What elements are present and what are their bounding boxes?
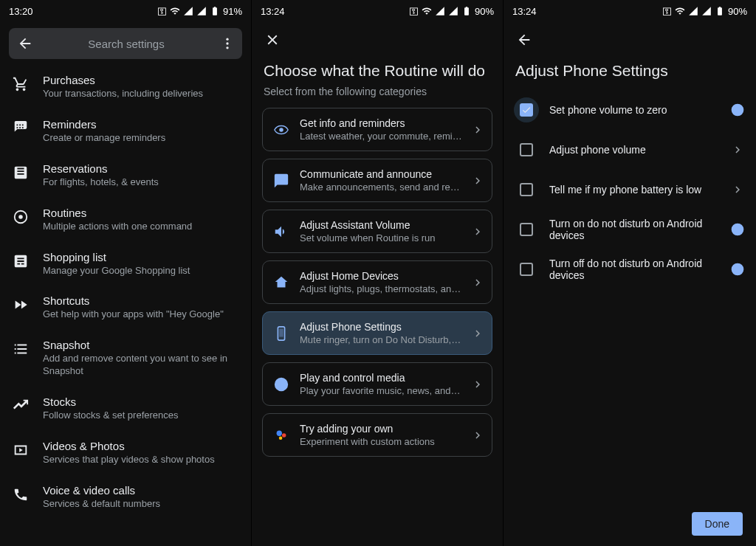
battery-text: 91%: [223, 6, 242, 17]
home-icon: [272, 273, 291, 292]
checkbox-wrap[interactable]: [514, 217, 539, 242]
checkbox[interactable]: [520, 143, 533, 156]
svg-point-1: [226, 42, 228, 44]
settings-item-shopping-list[interactable]: Shopping listManage your Google Shopping…: [0, 242, 251, 286]
done-button[interactable]: Done: [692, 512, 743, 536]
option-row[interactable]: Tell me if my phone battery is low: [504, 170, 756, 210]
signal-icon-2: [448, 6, 458, 16]
video-icon: [12, 441, 30, 459]
close-icon[interactable]: [262, 30, 283, 50]
vpn-key-icon: ⚿: [409, 6, 419, 17]
svg-point-2: [226, 46, 228, 49]
play-icon: [272, 375, 291, 394]
chevron-right-icon: [471, 429, 484, 442]
settings-item-stocks[interactable]: StocksFollow stocks & set preferences: [0, 387, 251, 431]
card-sub: Adjust lights, plugs, thermostats, and …: [300, 283, 462, 294]
stocks-icon: [12, 397, 30, 415]
checkbox-wrap[interactable]: [514, 257, 539, 282]
settings-item-sub: Your transactions, including deliveries: [43, 88, 239, 100]
card-title: Play and control media: [300, 372, 462, 384]
option-row[interactable]: Turn off do not disturb on Android devic…: [504, 249, 756, 289]
settings-item-reminders[interactable]: RemindersCreate or manage reminders: [0, 109, 251, 153]
checkbox[interactable]: [520, 223, 533, 236]
settings-item-sub: For flights, hotels, & events: [43, 176, 239, 189]
settings-item-videos-photos[interactable]: Videos & PhotosServices that play videos…: [0, 431, 251, 475]
card-sub: Make announcements, send and read …: [300, 182, 462, 193]
category-card-adjust-phone-settings[interactable]: Adjust Phone SettingsMute ringer, turn o…: [262, 311, 492, 355]
back-icon[interactable]: [514, 30, 535, 50]
svg-point-9: [282, 433, 286, 438]
settings-item-shortcuts[interactable]: ShortcutsGet help with your apps with "H…: [0, 286, 251, 330]
settings-item-routines[interactable]: RoutinesMultiple actions with one comman…: [0, 198, 251, 242]
category-card-communicate-and-announce[interactable]: Communicate and announceMake announcemen…: [262, 159, 492, 202]
settings-item-reservations[interactable]: ReservationsFor flights, hotels, & event…: [0, 153, 251, 198]
settings-item-title: Voice & video calls: [43, 484, 239, 497]
shortcuts-icon: [12, 296, 30, 314]
statusbar: 13:24 ⚿ 90%: [252, 0, 503, 22]
info-icon[interactable]: [729, 261, 746, 277]
settings-item-title: Routines: [43, 207, 239, 219]
settings-item-title: Shortcuts: [43, 294, 239, 307]
svg-point-13: [737, 106, 738, 108]
option-row[interactable]: Turn on do not disturb on Android device…: [504, 210, 756, 249]
chevron-right-icon: [471, 276, 484, 289]
reservations-icon: [12, 164, 30, 182]
checkbox-wrap[interactable]: [514, 177, 539, 202]
settings-item-sub: Add and remove content you want to see i…: [43, 353, 239, 378]
signal-icon: [183, 6, 193, 16]
card-title: Communicate and announce: [300, 168, 462, 180]
phone-icon: [12, 485, 30, 503]
card-sub: Play your favorite music, news, and m…: [300, 385, 462, 396]
option-label: Turn on do not disturb on Android device…: [549, 218, 719, 241]
card-title: Get info and reminders: [300, 117, 462, 129]
settings-item-purchases[interactable]: PurchasesYour transactions, including de…: [0, 65, 251, 109]
svg-point-3: [18, 215, 23, 219]
option-label: Adjust phone volume: [549, 144, 719, 156]
option-row[interactable]: Set phone volume to zero: [504, 90, 756, 130]
signal-icon: [435, 6, 445, 16]
info-icon[interactable]: [729, 102, 746, 118]
search-settings-bar[interactable]: Search settings: [9, 28, 242, 59]
battery-text: 90%: [475, 6, 494, 17]
settings-item-sub: Manage your Google Shopping list: [43, 265, 239, 277]
option-row[interactable]: Adjust phone volume: [504, 130, 756, 170]
search-placeholder: Search settings: [35, 38, 217, 50]
option-label: Set phone volume to zero: [549, 104, 719, 116]
checkbox[interactable]: [520, 103, 533, 117]
checkbox[interactable]: [520, 263, 533, 276]
chat-icon: [272, 171, 291, 190]
status-time: 13:20: [9, 6, 33, 17]
snapshot-icon: [12, 340, 30, 358]
status-time: 13:24: [261, 6, 285, 17]
svg-point-8: [277, 430, 282, 435]
settings-item-sub: Follow stocks & set preferences: [43, 410, 239, 422]
category-card-play-and-control-media[interactable]: Play and control mediaPlay your favorite…: [262, 362, 492, 406]
chevron-right-icon: [471, 327, 484, 340]
settings-item-voice-video-calls[interactable]: Voice & video callsServices & default nu…: [0, 475, 251, 519]
checkbox-wrap[interactable]: [514, 97, 539, 122]
settings-item-title: Reminders: [43, 118, 239, 131]
chevron-right-icon: [471, 225, 484, 238]
category-card-adjust-assistant-volume[interactable]: Adjust Assistant VolumeSet volume when R…: [262, 210, 492, 253]
settings-item-title: Shopping list: [43, 251, 239, 263]
category-card-try-adding-your-own[interactable]: Try adding your ownExperiment with custo…: [262, 413, 492, 457]
info-icon[interactable]: [729, 221, 746, 238]
more-icon[interactable]: [217, 36, 238, 51]
settings-item-sub: Get help with your apps with "Hey Google…: [43, 308, 239, 321]
wifi-icon: [170, 6, 180, 16]
settings-item-snapshot[interactable]: SnapshotAdd and remove content you want …: [0, 330, 251, 387]
checkbox[interactable]: [520, 183, 533, 196]
checkbox-wrap[interactable]: [514, 137, 539, 162]
svg-point-4: [279, 128, 284, 132]
settings-item-title: Stocks: [43, 395, 239, 408]
svg-point-16: [737, 226, 738, 227]
category-card-adjust-home-devices[interactable]: Adjust Home DevicesAdjust lights, plugs,…: [262, 260, 492, 304]
routines-icon: [12, 208, 30, 226]
svg-point-0: [226, 38, 228, 41]
category-card-get-info-and-reminders[interactable]: Get info and remindersLatest weather, yo…: [262, 108, 492, 151]
status-icons: ⚿ 90%: [409, 6, 494, 17]
battery-icon: [461, 6, 472, 16]
settings-item-sub: Services & default numbers: [43, 498, 239, 511]
back-icon[interactable]: [15, 35, 35, 52]
volume-icon: [272, 222, 291, 241]
